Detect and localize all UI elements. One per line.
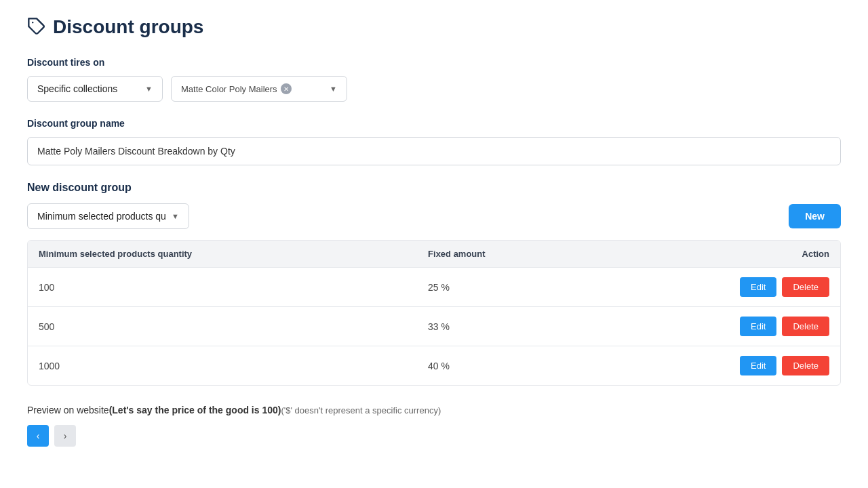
discount-tires-label: Discount tires on [27,57,841,68]
specific-collections-dropdown[interactable]: Specific collections ▼ [27,76,163,102]
next-arrow-button[interactable]: › [54,425,76,447]
chevron-down-icon-3: ▼ [172,212,179,220]
row-actions: Edit Delete [593,307,840,346]
row-amount: 33 % [417,307,593,346]
new-discount-group-section: New discount group Minimum selected prod… [27,182,841,229]
delete-button[interactable]: Delete [782,356,829,375]
delete-button[interactable]: Delete [782,317,829,336]
table-row: 500 33 % Edit Delete [28,307,840,346]
discount-table: Minimum selected products quantity Fixed… [27,240,841,386]
page-title: Discount groups [53,16,203,38]
page-header: Discount groups [27,16,841,38]
preview-label-prefix: Preview on website [27,405,109,415]
row-amount: 25 % [417,268,593,307]
preview-currency-note: ('$' doesn't represent a specific curren… [281,405,441,415]
new-discount-row: Minimum selected products qu ▼ New [27,203,841,229]
row-quantity: 100 [28,268,417,307]
preview-label-bold: (Let's say the price of the good is 100) [109,405,281,415]
table-row: 1000 40 % Edit Delete [28,346,840,386]
preview-nav: ‹ › [27,425,841,447]
discount-tires-section: Discount tires on Specific collections ▼… [27,57,841,102]
chevron-down-icon-2: ▼ [330,85,337,93]
col-action: Action [593,241,840,268]
row-amount: 40 % [417,346,593,386]
col-amount: Fixed amount [417,241,593,268]
discount-icon [27,17,46,38]
edit-button[interactable]: Edit [740,277,776,297]
row-actions: Edit Delete [593,268,840,307]
page-container: Discount groups Discount tires on Specif… [0,0,868,463]
table-row: 100 25 % Edit Delete [28,268,840,307]
specific-collections-label: Specific collections [37,83,117,94]
discount-group-name-section: Discount group name [27,118,841,165]
min-products-dropdown[interactable]: Minimum selected products qu ▼ [27,203,189,229]
preview-header: Preview on website(Let's say the price o… [27,405,841,415]
prev-arrow-button[interactable]: ‹ [27,425,49,447]
preview-section: Preview on website(Let's say the price o… [27,405,841,447]
tag-close-icon[interactable]: ✕ [281,83,292,94]
discount-group-name-input[interactable] [27,137,841,165]
new-button[interactable]: New [789,204,841,228]
col-quantity: Minimum selected products quantity [28,241,417,268]
row-quantity: 1000 [28,346,417,386]
discount-group-name-label: Discount group name [27,118,841,129]
chevron-down-icon: ▼ [145,85,153,93]
row-quantity: 500 [28,307,417,346]
table-header-row: Minimum selected products quantity Fixed… [28,241,840,268]
row-actions: Edit Delete [593,346,840,386]
collection-tag: Matte Color Poly Mailers ✕ [181,83,292,94]
edit-button[interactable]: Edit [740,317,776,336]
discount-tires-row: Specific collections ▼ Matte Color Poly … [27,76,841,102]
min-products-label: Minimum selected products qu [37,211,166,222]
collection-tag-label: Matte Color Poly Mailers [181,84,277,94]
collection-tag-dropdown[interactable]: Matte Color Poly Mailers ✕ ▼ [171,76,347,102]
delete-button[interactable]: Delete [782,277,829,297]
new-discount-group-label: New discount group [27,182,841,194]
edit-button[interactable]: Edit [740,356,776,375]
